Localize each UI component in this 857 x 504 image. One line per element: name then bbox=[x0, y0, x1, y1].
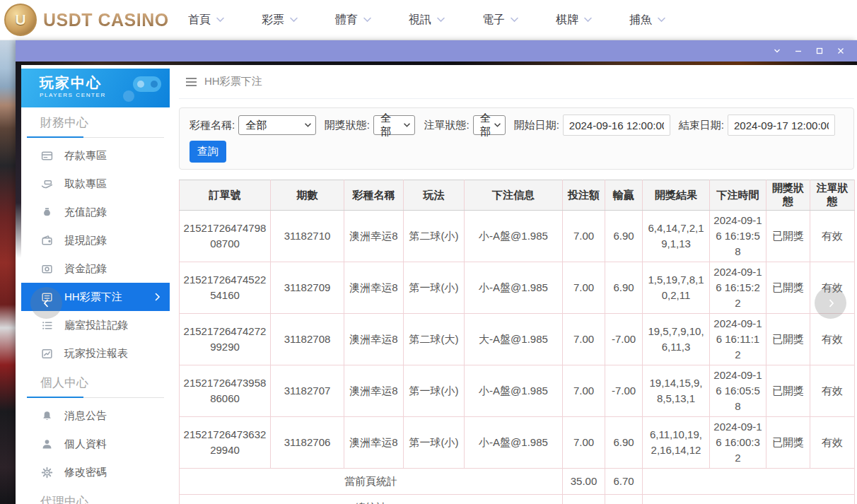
sidebar-item-label: 個人資料 bbox=[64, 438, 107, 451]
nav-item-體育[interactable]: 體育 bbox=[327, 13, 400, 28]
gear-icon bbox=[41, 467, 53, 479]
end-date-label: 結束日期: bbox=[679, 119, 724, 132]
cell: 2024-09-16 16:19:58 bbox=[710, 211, 766, 262]
cell: 已開獎 bbox=[766, 314, 810, 365]
sidebar-item-取款專區[interactable]: 取款專區 bbox=[21, 170, 170, 198]
window-collapse-icon[interactable] bbox=[766, 40, 788, 61]
sidebar-item-提現記錄[interactable]: 提現記錄 bbox=[21, 226, 170, 254]
chevron-down-icon bbox=[216, 17, 225, 23]
summary-label: 總統計 bbox=[180, 495, 563, 504]
cell: 19,5,7,9,10,6,11,3 bbox=[643, 314, 710, 365]
column-header: 下注信息 bbox=[465, 180, 563, 211]
nav-item-視訊[interactable]: 視訊 bbox=[400, 13, 474, 28]
cell: 小-A盤@1.985 bbox=[465, 211, 563, 262]
main-content: HH彩票下注 彩種名稱: 全部 開獎狀態: 全部 bbox=[170, 61, 857, 504]
cell: 2152172647427299290 bbox=[180, 314, 271, 365]
cell: 6.90 bbox=[605, 262, 643, 314]
draw-status-select[interactable]: 全部 bbox=[373, 115, 416, 135]
sidebar-item-充值記錄[interactable]: 充值記錄 bbox=[21, 198, 170, 226]
withdraw-hand-icon bbox=[41, 178, 53, 190]
chevron-down-icon bbox=[363, 17, 372, 23]
chevron-down-icon bbox=[289, 17, 298, 23]
report-chart-icon bbox=[41, 348, 53, 360]
nav-item-label: 首頁 bbox=[188, 13, 211, 28]
sidebar-item-玩家投注報表[interactable]: 玩家投注報表 bbox=[21, 339, 170, 368]
logo[interactable]: U USDT CASINO bbox=[4, 4, 168, 36]
sidebar-item-label: 廳室投註記錄 bbox=[64, 319, 128, 332]
cell: 有效 bbox=[810, 211, 855, 262]
sidebar-item-label: 修改密碼 bbox=[64, 466, 107, 479]
end-date-input[interactable] bbox=[728, 115, 835, 136]
chevron-left-icon bbox=[41, 298, 52, 309]
cell: 6,4,14,7,2,19,1,13 bbox=[643, 211, 710, 262]
sidebar-item-修改密碼[interactable]: 修改密碼 bbox=[21, 458, 170, 486]
search-button[interactable]: 查詢 bbox=[190, 141, 226, 163]
cell: 已開獎 bbox=[766, 365, 810, 417]
section-underline bbox=[27, 136, 164, 138]
collapse-panel-button[interactable] bbox=[30, 287, 62, 319]
minimize-icon[interactable] bbox=[788, 40, 809, 61]
funds-record-icon bbox=[41, 263, 53, 275]
cell: 31182707 bbox=[271, 365, 344, 417]
nav-item-label: 視訊 bbox=[409, 13, 431, 28]
sidebar-item-存款專區[interactable]: 存款專區 bbox=[21, 141, 170, 170]
start-date-input[interactable] bbox=[563, 115, 670, 136]
column-header: 輸贏 bbox=[605, 180, 643, 211]
close-icon[interactable] bbox=[830, 40, 851, 61]
money-bag-icon bbox=[41, 206, 53, 218]
cell: 2152172647395886060 bbox=[180, 365, 271, 417]
sidebar: 玩家中心 PLAYERS CENTER 財務中心存款專區取款專區充值記錄提現記錄… bbox=[21, 61, 170, 504]
cell: 小-A盤@1.985 bbox=[465, 417, 563, 469]
summary-win-loss: 6.70 bbox=[605, 469, 643, 495]
nav-item-棋牌[interactable]: 棋牌 bbox=[547, 13, 621, 28]
expand-panel-button[interactable] bbox=[815, 287, 846, 319]
sidebar-section-財務中心: 財務中心 bbox=[40, 115, 170, 131]
sidebar-item-消息公告[interactable]: 消息公告 bbox=[21, 402, 170, 430]
sidebar-item-個人資料[interactable]: 個人資料 bbox=[21, 430, 170, 458]
cell: 有效 bbox=[810, 417, 855, 469]
chevron-right-icon bbox=[154, 293, 161, 301]
lottery-name-select[interactable]: 全部 bbox=[238, 115, 316, 135]
page: U USDT CASINO 首頁彩票體育視訊電子棋牌捕魚 bbox=[0, 0, 857, 504]
cell: 6,11,10,19,2,16,14,12 bbox=[643, 417, 710, 469]
cell: 小-A盤@1.985 bbox=[465, 262, 563, 314]
column-header: 期數 bbox=[271, 180, 344, 211]
summary-empty bbox=[643, 495, 855, 504]
chevron-down-icon bbox=[436, 17, 445, 23]
sidebar-item-資金記錄[interactable]: 資金記錄 bbox=[21, 254, 170, 283]
nav-item-電子[interactable]: 電子 bbox=[474, 13, 547, 28]
sidebar-section-代理中心: 代理中心 bbox=[40, 493, 170, 504]
window-titlebar bbox=[16, 40, 857, 61]
table-header-row: 訂單號期數彩種名稱玩法下注信息投注額輸贏開獎結果下注時間開獎狀態注單狀態 bbox=[180, 180, 855, 211]
cell: 第一球(小) bbox=[404, 417, 465, 469]
nav-item-首頁[interactable]: 首頁 bbox=[180, 13, 253, 28]
sidebar-item-label: 消息公告 bbox=[64, 409, 107, 423]
cell: 2024-09-16 16:15:22 bbox=[710, 262, 766, 314]
order-status-label: 注單狀態: bbox=[424, 119, 469, 132]
window-body: 玩家中心 PLAYERS CENTER 財務中心存款專區取款專區充值記錄提現記錄… bbox=[16, 61, 857, 504]
cell: 澳洲幸运8 bbox=[344, 211, 404, 262]
maximize-icon[interactable] bbox=[809, 40, 830, 61]
table-row: 215217264736322994031182706澳洲幸运8第一球(小)小-… bbox=[180, 417, 855, 469]
nav-item-label: 棋牌 bbox=[556, 13, 578, 28]
cell: 7.00 bbox=[563, 262, 605, 314]
logo-coin-icon: U bbox=[4, 4, 37, 36]
summary-bet-total: 35.00 bbox=[563, 495, 605, 504]
cell: 31182708 bbox=[271, 314, 344, 365]
summary-win-loss: 6.70 bbox=[605, 495, 643, 504]
breadcrumb: HH彩票下注 bbox=[179, 65, 854, 99]
order-status-select[interactable]: 全部 bbox=[473, 115, 506, 135]
lottery-name-value: 全部 bbox=[245, 119, 267, 132]
cell: 19,14,15,9,8,5,13,1 bbox=[643, 365, 710, 417]
cell: 已開獎 bbox=[766, 417, 810, 469]
column-header: 開獎結果 bbox=[643, 180, 710, 211]
bets-table: 訂單號期數彩種名稱玩法下注信息投注額輸贏開獎結果下注時間開獎狀態注單狀態2152… bbox=[179, 180, 855, 504]
logo-letter: U bbox=[15, 11, 25, 28]
summary-row: 當前頁統計35.006.70 bbox=[180, 469, 855, 495]
nav-item-捕魚[interactable]: 捕魚 bbox=[621, 13, 694, 28]
summary-row: 總統計35.006.70 bbox=[180, 495, 855, 504]
cell: 澳洲幸运8 bbox=[344, 314, 404, 365]
nav-item-彩票[interactable]: 彩票 bbox=[253, 13, 327, 28]
cell: 1,5,19,7,8,10,2,11 bbox=[643, 262, 710, 314]
table-row: 215217264739588606031182707澳洲幸运8第一球(小)小-… bbox=[180, 365, 855, 417]
